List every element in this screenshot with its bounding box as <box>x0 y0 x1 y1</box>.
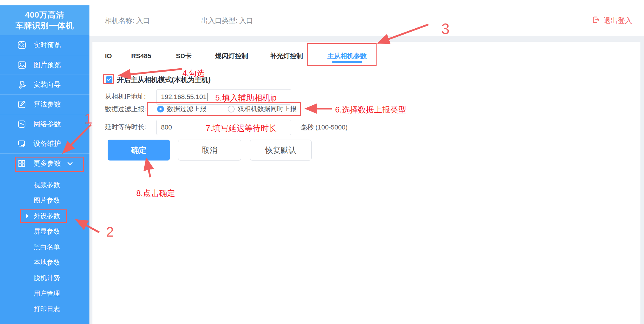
app-root: 400万高清 车牌识别一体机 实时预览 图片预览 <box>0 0 644 324</box>
subitem-label: 用户管理 <box>34 289 60 298</box>
master-mode-label: 开启主从相机模式(本机为主机) <box>117 73 210 86</box>
live-preview-icon <box>17 41 26 50</box>
algorithm-params-icon <box>17 100 26 109</box>
sidebar: 400万高清 车牌识别一体机 实时预览 图片预览 <box>0 5 89 324</box>
tab-label: 主从相机参数 <box>327 52 367 61</box>
sidebar-subitem-user-management[interactable]: 用户管理 <box>0 286 89 301</box>
sidebar-item-label: 图片预览 <box>33 60 61 70</box>
logout-icon <box>592 16 600 25</box>
subitem-label: 黑白名单 <box>34 243 60 252</box>
sidebar-item-more-params[interactable]: 更多参数 <box>0 153 89 173</box>
radio-dual-report-label[interactable]: 双相机数据同时上报 <box>238 105 297 112</box>
sidebar-item-live-preview[interactable]: 实时预览 <box>0 35 89 55</box>
sidebar-item-device-maintenance[interactable]: 设备维护 <box>0 134 89 153</box>
install-wizard-icon <box>17 80 26 89</box>
sidebar-item-picture-preview[interactable]: 图片预览 <box>0 55 89 75</box>
tab-rs485[interactable]: RS485 <box>131 50 151 62</box>
sidebar-subitem-blackwhite-list[interactable]: 黑白名单 <box>0 239 89 255</box>
sidebar-item-label: 实时预览 <box>33 41 61 50</box>
delay-label: 延时等待时长: <box>105 119 146 135</box>
sidebar-item-label: 安装向导 <box>33 80 61 89</box>
delay-input[interactable] <box>156 120 291 135</box>
tab-master-slave-params[interactable]: 主从相机参数 <box>327 50 367 62</box>
more-params-icon <box>17 159 26 168</box>
radio-filter-report-label[interactable]: 数据过滤上报 <box>167 105 206 112</box>
sidebar-subitem-local-params[interactable]: 本地参数 <box>0 255 89 270</box>
report-mode-label: 数据过滤上报: <box>105 101 146 117</box>
tab-label: 补光灯控制 <box>270 52 303 61</box>
delay-value: 800 <box>161 120 172 135</box>
tab-strobe-light[interactable]: 爆闪灯控制 <box>215 50 248 62</box>
subitem-label: 打印日志 <box>34 305 60 314</box>
app-logo: 400万高清 车牌识别一体机 <box>0 5 89 35</box>
app-title-line1: 400万高清 <box>25 10 64 20</box>
sidebar-subitem-screen-params[interactable]: 屏显参数 <box>0 224 89 239</box>
tab-label: SD卡 <box>176 52 192 61</box>
tabs-divider <box>92 65 640 65</box>
sidebar-subitem-picture-params[interactable]: 图片参数 <box>0 193 89 208</box>
sidebar-item-label: 算法参数 <box>33 100 61 109</box>
radio-filter-report[interactable] <box>157 106 164 112</box>
radio-dual-report[interactable] <box>228 106 235 112</box>
sidebar-item-label: 网络参数 <box>33 119 61 129</box>
cancel-button[interactable]: 取消 <box>178 140 241 161</box>
sidebar-item-label: 更多参数 <box>33 159 61 168</box>
device-maintenance-icon <box>17 139 26 148</box>
confirm-button[interactable]: 确定 <box>108 140 170 161</box>
gate-type-text: 出入口类型: 入口 <box>201 5 253 36</box>
master-mode-checkbox[interactable] <box>106 76 112 83</box>
sidebar-item-install-wizard[interactable]: 安装向导 <box>0 75 89 94</box>
tab-label: RS485 <box>131 52 151 60</box>
subitem-label: 屏显参数 <box>34 227 60 236</box>
sidebar-item-network-params[interactable]: 网络参数 <box>0 114 89 134</box>
subitem-label: 外设参数 <box>34 212 60 220</box>
check-icon <box>107 78 111 81</box>
tab-io[interactable]: IO <box>105 50 112 62</box>
top-strip <box>0 0 644 5</box>
logout-label: 退出登入 <box>603 16 632 25</box>
sidebar-item-label: 设备维护 <box>33 139 61 148</box>
tab-label: 爆闪灯控制 <box>215 52 248 61</box>
sidebar-subitem-print-log[interactable]: 打印日志 <box>0 301 89 317</box>
subitem-label: 视频参数 <box>34 180 60 189</box>
app-title-line2: 车牌识别一体机 <box>16 20 74 31</box>
tab-fill-light[interactable]: 补光灯控制 <box>270 50 303 62</box>
sidebar-item-algorithm-params[interactable]: 算法参数 <box>0 94 89 114</box>
top-header: 相机名称: 入口 出入口类型: 入口 退出登入 <box>89 5 644 36</box>
chevron-down-icon <box>67 160 73 167</box>
sidebar-menu: 实时预览 图片预览 安装向导 <box>0 35 89 173</box>
sidebar-submenu: 视频参数 图片参数 外设参数 屏显参数 黑白名单 本地参数 脱机计费 用户管理 … <box>0 177 89 317</box>
tab-label: IO <box>105 52 112 60</box>
sidebar-subitem-peripheral-params[interactable]: 外设参数 <box>0 208 89 224</box>
sidebar-subitem-offline-billing[interactable]: 脱机计费 <box>0 270 89 286</box>
subitem-label: 图片参数 <box>34 196 60 205</box>
network-params-icon <box>17 120 26 129</box>
restore-defaults-button[interactable]: 恢复默认 <box>250 140 312 161</box>
camera-name-text: 相机名称: 入口 <box>105 5 150 36</box>
picture-preview-icon <box>17 61 26 70</box>
expand-triangle-icon <box>26 214 29 218</box>
active-tab-underline <box>332 61 362 63</box>
delay-unit-text: 毫秒 (100-5000) <box>301 120 348 135</box>
ip-address-value: 192.168.55.101 <box>161 89 208 105</box>
subitem-label: 脱机计费 <box>34 274 60 283</box>
subitem-label: 本地参数 <box>34 258 60 267</box>
sidebar-subitem-video-params[interactable]: 视频参数 <box>0 177 89 193</box>
text-caret <box>207 93 208 101</box>
logout-button[interactable]: 退出登入 <box>592 5 632 36</box>
tab-sdcard[interactable]: SD卡 <box>176 50 192 62</box>
